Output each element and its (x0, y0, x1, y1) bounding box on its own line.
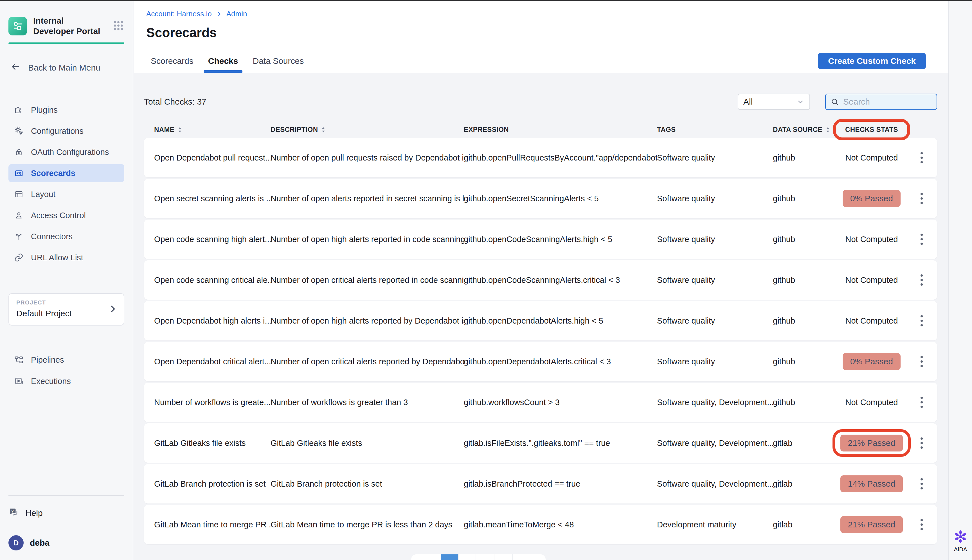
check-tags: Software quality (657, 153, 773, 162)
filter-selected-value: All (743, 97, 753, 107)
aida-assistant-button[interactable]: AIDA (949, 529, 972, 553)
row-menu-button[interactable] (918, 435, 925, 452)
table-row[interactable]: GitLab Branch protection is set GitLab B… (144, 464, 937, 503)
sidebar-item-connectors[interactable]: Connectors (8, 227, 124, 245)
check-expression: gitlab.isFileExists.".gitleaks.toml" == … (464, 438, 657, 448)
row-menu-button[interactable] (918, 475, 925, 492)
column-header-data-source[interactable]: DATA SOURCE (773, 126, 838, 133)
table-row[interactable]: Open secret scanning alerts is ... Numbe… (144, 179, 937, 218)
right-gutter: AIDA (949, 1, 972, 560)
table-row[interactable]: GitLab Mean time to merge PR ... GitLab … (144, 505, 937, 544)
search-input[interactable] (843, 97, 932, 107)
table-row[interactable]: Open code scanning high alert... Number … (144, 220, 937, 259)
check-tags: Software quality (657, 235, 773, 244)
check-stats-badge-annotated: 21% Passed (838, 435, 906, 452)
project-menu: Pipelines Executions (8, 351, 124, 390)
check-description: Number of open critical alerts reported … (271, 357, 464, 366)
pagination-cell[interactable] (411, 554, 441, 560)
check-name: Open code scanning high alert... (154, 235, 271, 244)
total-checks-count: Total Checks: 37 (144, 97, 206, 107)
check-tags: Software quality (657, 357, 773, 366)
check-tags: Software quality, Development... (657, 438, 773, 448)
play-icon (13, 377, 24, 386)
table-row[interactable]: GitLab Gitleaks file exists GitLab Gitle… (144, 423, 937, 463)
search-icon (830, 97, 839, 106)
sidebar-item-scorecards[interactable]: Scorecards (8, 164, 124, 182)
user-menu[interactable]: D deba (8, 535, 124, 550)
check-stats-badge: 0% Passed (838, 190, 906, 207)
sidebar-item-label: Executions (31, 377, 71, 386)
check-tags: Software quality, Development... (657, 479, 773, 488)
check-name: Open Dependabot critical alert... (154, 357, 271, 366)
column-header-name[interactable]: NAME (154, 126, 271, 133)
tab-data-sources[interactable]: Data Sources (245, 49, 311, 73)
sidebar-item-access-control[interactable]: Access Control (8, 206, 124, 224)
check-data-source: github (773, 194, 838, 203)
pagination-cell-active[interactable] (441, 554, 458, 560)
project-selector[interactable]: PROJECT Default Project (8, 293, 124, 325)
back-to-main-menu[interactable]: Back to Main Menu (10, 61, 124, 74)
column-header-tags[interactable]: TAGS (657, 126, 773, 133)
row-menu-button[interactable] (918, 516, 925, 533)
app-logo-row: Internal Developer Portal (8, 16, 124, 36)
check-expression: gitlab.meanTimeToMerge < 48 (464, 520, 657, 529)
chevron-right-icon (216, 11, 222, 17)
help-label: Help (25, 508, 43, 518)
sidebar-item-pipelines[interactable]: Pipelines (8, 351, 124, 369)
sidebar-item-configurations[interactable]: Configurations (8, 122, 124, 140)
sort-icon (178, 126, 182, 133)
row-menu-button[interactable] (918, 353, 925, 370)
row-menu-button[interactable] (918, 312, 925, 329)
aida-flower-icon (953, 529, 968, 544)
sidebar-item-plugins[interactable]: Plugins (8, 101, 124, 119)
row-menu-button[interactable] (918, 190, 925, 207)
divider (8, 495, 124, 496)
column-header-expression[interactable]: EXPRESSION (464, 126, 657, 133)
column-header-checks-stats[interactable]: CHECKS STATS (838, 126, 906, 133)
breadcrumb-account-link[interactable]: Account: Harness.io (146, 10, 212, 18)
row-menu-button[interactable] (918, 272, 925, 288)
checks-table: Open Dependabot pull request... Number o… (144, 138, 937, 544)
table-row[interactable]: Number of workflows is greate... Number … (144, 383, 937, 422)
table-row[interactable]: Open Dependabot high alerts i... Number … (144, 301, 937, 340)
sidebar-item-label: Layout (31, 190, 55, 199)
module-grid-icon[interactable] (112, 20, 124, 33)
check-expression: github.openCodeScanningAlerts.critical <… (464, 275, 657, 285)
help-button[interactable]: ? Help (8, 507, 124, 519)
check-expression: github.workflowsCount > 3 (464, 398, 657, 407)
breadcrumb-admin-link[interactable]: Admin (226, 10, 247, 18)
row-menu-button[interactable] (918, 149, 925, 166)
pagination-cell[interactable] (494, 554, 512, 560)
row-menu-button[interactable] (918, 231, 925, 248)
user-name: deba (30, 538, 50, 548)
check-stats: Not Computed (838, 275, 906, 285)
person-icon (13, 210, 24, 220)
pagination-cell[interactable] (476, 554, 494, 560)
sidebar-item-layout[interactable]: Layout (8, 185, 124, 203)
sort-icon (321, 126, 326, 133)
puzzle-icon (13, 105, 24, 115)
column-header-description[interactable]: DESCRIPTION (271, 126, 464, 133)
scorecard-icon (13, 168, 24, 178)
sidebar-item-url-allow-list[interactable]: URL Allow List (8, 248, 124, 267)
table-row[interactable]: Open Dependabot critical alert... Number… (144, 342, 937, 381)
pagination-cell[interactable] (512, 554, 546, 560)
sidebar-item-oauth-configurations[interactable]: OAuth Configurations (8, 143, 124, 161)
check-tags: Software quality (657, 194, 773, 203)
table-row[interactable]: Open Dependabot pull request... Number o… (144, 138, 937, 177)
tab-checks[interactable]: Checks (201, 49, 246, 73)
check-tags: Software quality (657, 275, 773, 285)
sidebar-item-executions[interactable]: Executions (8, 372, 124, 390)
row-menu-button[interactable] (918, 394, 925, 411)
help-chat-icon: ? (8, 507, 18, 519)
sidebar-item-label: Scorecards (31, 169, 75, 178)
pagination-cell[interactable] (458, 554, 476, 560)
data-source-filter-select[interactable]: All (738, 93, 810, 110)
app-screen: Internal Developer Portal Back to Main M… (0, 0, 972, 560)
create-custom-check-button[interactable]: Create Custom Check (818, 53, 926, 69)
sidebar-item-label: URL Allow List (31, 253, 83, 262)
check-description: GitLab Branch protection is set (271, 479, 464, 488)
check-expression: github.openDependabotAlerts.high < 5 (464, 316, 657, 325)
table-row[interactable]: Open code scanning critical ale... Numbe… (144, 260, 937, 300)
tab-scorecards[interactable]: Scorecards (146, 49, 201, 73)
